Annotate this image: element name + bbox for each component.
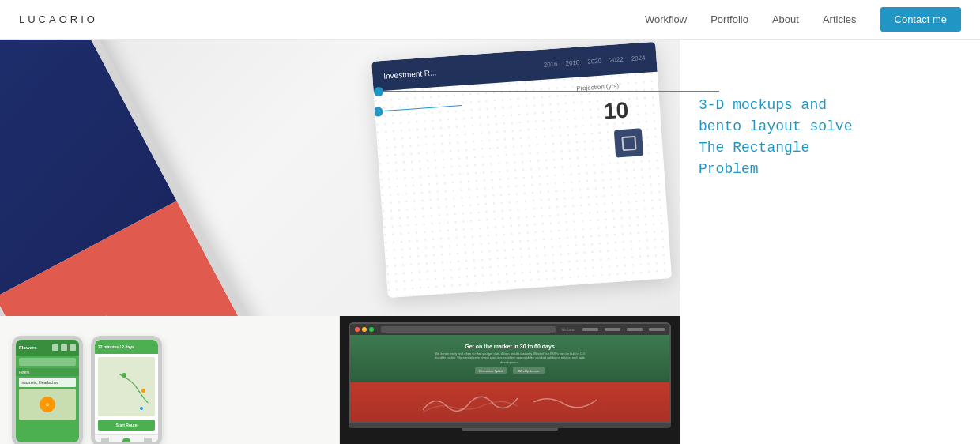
annotation-line3: The Rectangle	[699, 137, 961, 159]
header: LUCAORIO Workflow Portfolio About Articl…	[0, 0, 980, 40]
annotation-line2: bento layout solve	[699, 116, 961, 137]
logo: LUCAORIO	[19, 13, 98, 25]
laptop-subtext: We iterate early and often so that you g…	[431, 352, 589, 365]
top-mockup-section: Poor marketperformance Investment R... 1…	[0, 40, 680, 316]
bottom-right-panel: luktbear Get on the market in	[340, 316, 680, 444]
bottom-section: Flowers Filters Insomnia, Headache	[0, 316, 680, 444]
annotation-block: 3-D mockups and bento layout solve The R…	[699, 95, 961, 180]
small-phone-2: 22 minutes / 2 days	[91, 336, 162, 444]
laptop-hero: Get on the market in 30 to 60 days	[465, 344, 555, 349]
dashboard-header-text: Investment R...	[383, 68, 437, 81]
nav-portfolio[interactable]: Portfolio	[710, 13, 748, 25]
annotation-line4: Problem	[699, 159, 961, 180]
dashboard-card: Investment R... 2016 2018 2020 2022 2024	[371, 42, 672, 298]
contact-button[interactable]: Contact me	[880, 7, 961, 32]
annotation-line	[680, 91, 719, 92]
phone1-header: Flowers	[19, 345, 37, 350]
wave-chart-2	[533, 390, 597, 414]
small-phone-1: Flowers Filters Insomnia, Headache	[12, 336, 83, 444]
phone1-filter: Filters	[16, 368, 79, 376]
phone1-item: Insomnia, Headaches	[21, 380, 74, 385]
nav-about[interactable]: About	[772, 13, 799, 25]
annotation-line1: 3-D mockups and	[699, 95, 961, 116]
wave-chart	[423, 390, 518, 414]
laptop-brand: luktbear	[561, 327, 575, 332]
navigation: Workflow Portfolio About Articles Contac…	[645, 7, 961, 32]
portfolio-panel: Poor marketperformance Investment R... 1…	[0, 40, 680, 444]
bottom-left-panel: Flowers Filters Insomnia, Headache	[0, 316, 340, 444]
annotation-connector-line	[383, 91, 680, 92]
phone2-header: 22 minutes / 2 days	[98, 344, 134, 349]
projection-number: 10	[603, 97, 629, 124]
small-phones-container: Flowers Filters Insomnia, Headache	[0, 316, 339, 444]
main-content: Poor marketperformance Investment R... 1…	[0, 40, 980, 444]
nav-articles[interactable]: Articles	[823, 13, 857, 25]
nav-workflow[interactable]: Workflow	[645, 13, 687, 25]
annotation-panel: 3-D mockups and bento layout solve The R…	[680, 40, 980, 444]
annotation-dot	[374, 87, 383, 96]
